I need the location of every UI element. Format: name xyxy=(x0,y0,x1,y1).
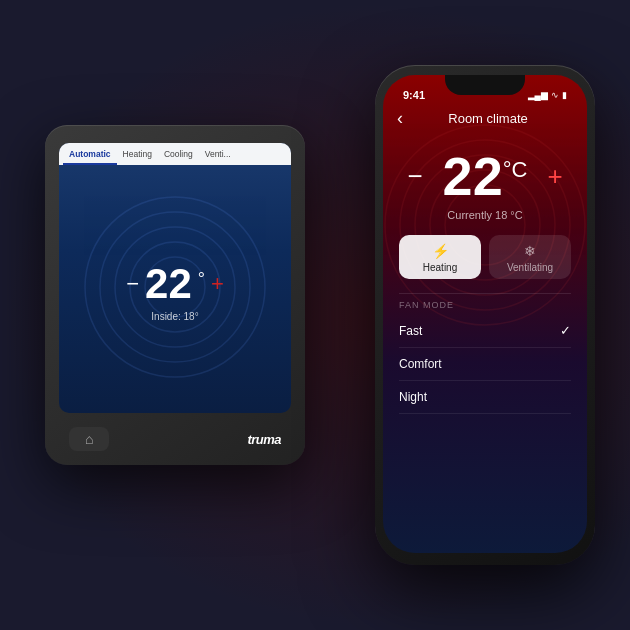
fan-fast-check: ✓ xyxy=(560,323,571,338)
phone-temperature-value: 22 xyxy=(443,149,503,203)
phone-temp-control: − 22 °C + xyxy=(383,135,587,209)
thermostat-brand: truma xyxy=(247,432,281,447)
scene: Automatic Heating Cooling Venti... xyxy=(25,45,605,585)
tab-heating[interactable]: Heating xyxy=(117,146,158,165)
phone-mode-ventilating[interactable]: ❄ Ventilating xyxy=(489,235,571,279)
fan-night-label: Night xyxy=(399,390,427,404)
fan-mode-label: FAN MODE xyxy=(399,293,571,314)
phone-screen-title: Room climate xyxy=(403,111,573,126)
phone-mode-heating[interactable]: ⚡ Heating xyxy=(399,235,481,279)
wifi-icon: ∿ xyxy=(551,90,559,100)
thermostat-device: Automatic Heating Cooling Venti... xyxy=(45,125,305,465)
phone-status-icons: ▂▄▆ ∿ ▮ xyxy=(528,90,567,100)
tab-automatic[interactable]: Automatic xyxy=(63,146,117,165)
fan-fast-label: Fast xyxy=(399,324,422,338)
thermostat-inside-temp: Inside: 18° xyxy=(151,311,198,322)
battery-icon: ▮ xyxy=(562,90,567,100)
fan-item-night[interactable]: Night xyxy=(399,381,571,414)
phone-increase-button[interactable]: + xyxy=(547,163,562,189)
thermostat-minus[interactable]: − xyxy=(126,271,139,297)
tab-cooling[interactable]: Cooling xyxy=(158,146,199,165)
phone-mode-row: ⚡ Heating ❄ Ventilating xyxy=(383,235,587,293)
thermostat-degree: ° xyxy=(198,269,205,290)
fan-item-comfort[interactable]: Comfort xyxy=(399,348,571,381)
phone-time: 9:41 xyxy=(403,89,425,101)
thermostat-content: − 22 ° + Inside: 18° xyxy=(59,165,291,409)
heating-icon: ⚡ xyxy=(432,243,449,259)
phone-fan-section: FAN MODE Fast ✓ Comfort Night xyxy=(383,293,587,414)
thermostat-tabs: Automatic Heating Cooling Venti... xyxy=(59,143,291,165)
tab-venti[interactable]: Venti... xyxy=(199,146,237,165)
thermostat-bottom: ⌂ truma xyxy=(59,427,291,451)
phone-decrease-button[interactable]: − xyxy=(407,163,422,189)
thermostat-plus[interactable]: + xyxy=(211,271,224,297)
thermostat-home-button[interactable]: ⌂ xyxy=(69,427,109,451)
thermostat-screen: Automatic Heating Cooling Venti... xyxy=(59,143,291,413)
phone-device: 9:41 ▂▄▆ ∿ ▮ ‹ Room climate − 22 °C + xyxy=(375,65,595,565)
fan-comfort-label: Comfort xyxy=(399,357,442,371)
thermostat-temp-display: − 22 ° + xyxy=(126,263,224,305)
phone-screen: 9:41 ▂▄▆ ∿ ▮ ‹ Room climate − 22 °C + xyxy=(383,75,587,553)
phone-current-temp: Currently 18 °C xyxy=(383,209,587,235)
heating-label: Heating xyxy=(423,262,457,273)
phone-temperature-unit: °C xyxy=(503,157,528,183)
thermostat-temperature: 22 xyxy=(145,263,192,305)
signal-icon: ▂▄▆ xyxy=(528,90,548,100)
phone-temp-main: 22 °C xyxy=(443,149,528,203)
fan-item-fast[interactable]: Fast ✓ xyxy=(399,314,571,348)
phone-notch xyxy=(445,75,525,95)
ventilating-label: Ventilating xyxy=(507,262,553,273)
phone-header: ‹ Room climate xyxy=(383,105,587,135)
ventilating-icon: ❄ xyxy=(524,243,536,259)
